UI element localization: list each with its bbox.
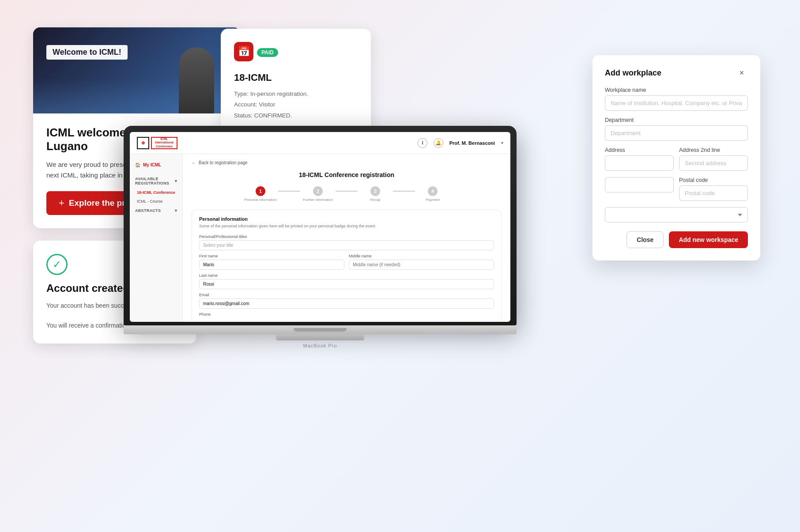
sidebar-abstracts[interactable]: ABSTRACTS ▾ xyxy=(130,206,182,215)
step-2-label: Further information xyxy=(303,198,333,202)
app-header-right: ℹ 🔔 Prof. M. Bernasconi ▾ xyxy=(418,138,503,148)
step-3-label: Recap xyxy=(370,198,380,202)
app-logo: ⊕ ICMLInternationalConference xyxy=(137,137,177,149)
postal-col: Postal code xyxy=(679,177,748,207)
city-input[interactable] xyxy=(605,177,674,192)
step-line-2-3 xyxy=(336,191,358,192)
registrations-label: AVAILABLE REGISTRATIONS xyxy=(135,177,175,185)
logo-full-text: ICMLInternationalConference xyxy=(155,137,174,148)
plus-icon: + xyxy=(59,197,64,209)
registration-steps: 1 Personal information 2 Further informa… xyxy=(192,186,502,202)
first-name-label: First name xyxy=(199,254,344,258)
back-arrow-icon: ← xyxy=(192,160,196,165)
sidebar-my-icml[interactable]: 🏠 My ICML xyxy=(130,159,182,170)
paid-badge: PAID xyxy=(257,48,278,57)
sidebar-item-course[interactable]: ICML - Course xyxy=(130,197,182,206)
step-line-1-2 xyxy=(278,191,300,192)
user-dropdown-icon[interactable]: ▾ xyxy=(501,140,503,145)
modal-close-button[interactable]: × xyxy=(736,67,748,79)
country-select[interactable] xyxy=(605,207,748,223)
step-4-circle: 4 xyxy=(428,186,438,196)
address-row: Address Address 2nd line xyxy=(605,147,748,177)
abstracts-label: ABSTRACTS xyxy=(135,208,161,213)
phone-label: Phone xyxy=(199,312,494,317)
step-3: 3 Recap xyxy=(358,186,393,202)
registration-account: Account: Visitor xyxy=(234,99,358,110)
macbook-notch xyxy=(294,328,347,332)
first-name-col: First name xyxy=(199,254,344,273)
registration-details: Type: In-person registration. Account: V… xyxy=(234,89,358,121)
back-link[interactable]: ← Back to registration page xyxy=(192,160,502,165)
step-2: 2 Further information xyxy=(300,186,336,202)
registration-type: Type: In-person registration. xyxy=(234,89,358,99)
app-sidebar: 🏠 My ICML AVAILABLE REGISTRATIONS ▾ 18-I… xyxy=(130,154,183,322)
first-name-input[interactable] xyxy=(199,260,344,270)
personal-info-section: Personal information Some of the persona… xyxy=(192,210,502,322)
step-4: 4 Payment xyxy=(415,186,450,202)
form-section-title: Personal information xyxy=(199,216,494,222)
department-input[interactable] xyxy=(605,125,748,141)
middle-name-input[interactable] xyxy=(349,260,494,270)
app-main: ← Back to registration page 18-ICML Conf… xyxy=(183,154,510,322)
registration-title: 18-ICML xyxy=(234,72,358,83)
address2-label: Address 2nd line xyxy=(679,147,748,153)
department-label: Department xyxy=(605,117,748,123)
modal-title: Add workplace xyxy=(605,68,661,78)
step-4-label: Payment xyxy=(426,198,440,202)
postal-code-label: Postal code xyxy=(679,177,748,183)
app-body: 🏠 My ICML AVAILABLE REGISTRATIONS ▾ 18-I… xyxy=(130,154,510,322)
macbook-stand xyxy=(276,334,364,340)
last-name-input[interactable] xyxy=(199,279,494,289)
sidebar-item-18icml[interactable]: 18-ICML Conference xyxy=(130,188,182,197)
step-2-circle: 2 xyxy=(313,186,323,196)
address-input[interactable] xyxy=(605,155,674,171)
postal-row: Postal code xyxy=(605,177,748,207)
address2-col: Address 2nd line xyxy=(679,147,748,177)
macbook-container: ⊕ ICMLInternationalConference ℹ 🔔 Prof. … xyxy=(124,126,517,349)
step-line-3-4 xyxy=(393,191,415,192)
modal-header: Add workplace × xyxy=(605,67,748,79)
step-1: 1 Personal information xyxy=(243,186,278,202)
close-modal-button[interactable]: Close xyxy=(626,231,664,248)
info-icon[interactable]: ℹ xyxy=(418,138,427,148)
empty-col xyxy=(605,177,674,207)
app-page-title: 18-ICML Conference registration xyxy=(192,171,502,178)
step-3-circle: 3 xyxy=(370,186,380,196)
registrations-chevron: ▾ xyxy=(175,179,177,183)
address-col: Address xyxy=(605,147,674,177)
abstracts-chevron: ▾ xyxy=(175,208,177,213)
bell-icon[interactable]: 🔔 xyxy=(434,138,443,148)
home-icon: 🏠 xyxy=(135,162,140,167)
macbook-screen: ⊕ ICMLInternationalConference ℹ 🔔 Prof. … xyxy=(130,132,510,322)
sidebar-registrations-section: AVAILABLE REGISTRATIONS ▾ 18-ICML Confer… xyxy=(130,174,182,206)
registration-status: Status: CONFIRMED. xyxy=(234,110,358,121)
check-icon: ✓ xyxy=(46,254,68,275)
welcome-card-image: Welcome to ICML! xyxy=(33,27,241,113)
welcome-banner-text: Welcome to ICML! xyxy=(46,45,128,60)
postal-code-input[interactable] xyxy=(679,185,748,201)
macbook-screen-outer: ⊕ ICMLInternationalConference ℹ 🔔 Prof. … xyxy=(124,126,517,325)
modal-footer: Close Add new workspace xyxy=(605,231,748,248)
workplace-name-label: Workplace name xyxy=(605,87,748,93)
macbook-label-row: MacBook Pro xyxy=(124,341,517,349)
middle-name-label: Middle name xyxy=(349,254,494,258)
workplace-name-input[interactable] xyxy=(605,95,748,111)
email-label: Email xyxy=(199,293,494,297)
title-select[interactable]: Select your title xyxy=(199,240,494,250)
logo-icml-full: ICMLInternationalConference xyxy=(151,137,177,149)
logo-icml-text: ⊕ xyxy=(141,140,145,145)
sidebar-registrations-header[interactable]: AVAILABLE REGISTRATIONS ▾ xyxy=(130,174,182,188)
add-workspace-button[interactable]: Add new workspace xyxy=(669,231,748,248)
form-section-desc: Some of the personal information given h… xyxy=(199,223,494,229)
step-1-label: Personal information xyxy=(244,198,276,202)
calendar-icon: 📅 xyxy=(234,42,253,61)
email-input[interactable] xyxy=(199,298,494,309)
address2-input[interactable] xyxy=(679,155,748,171)
last-name-label: Last name xyxy=(199,273,494,278)
name-row: First name Middle name xyxy=(199,254,494,273)
my-icml-label: My ICML xyxy=(143,162,161,167)
add-workplace-modal: Add workplace × Workplace name Departmen… xyxy=(592,55,760,260)
user-name: Prof. M. Bernasconi xyxy=(449,140,495,146)
middle-name-col: Middle name xyxy=(349,254,494,273)
step-1-circle: 1 xyxy=(256,186,265,196)
